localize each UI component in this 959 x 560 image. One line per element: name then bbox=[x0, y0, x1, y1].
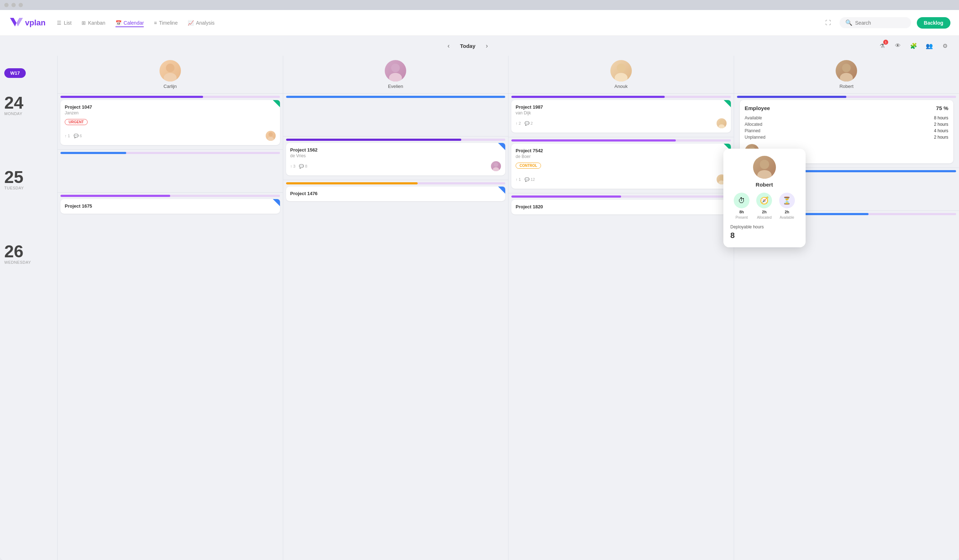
evelien-day1-bar bbox=[286, 96, 506, 98]
svg-point-6 bbox=[494, 162, 498, 167]
search-input[interactable] bbox=[855, 20, 905, 26]
calendar-grid: Carlijn Project 1047 Janzen URGENT bbox=[57, 56, 959, 560]
avatar-carlijn bbox=[159, 60, 181, 81]
stat-value-planned: 4 hours bbox=[934, 128, 948, 133]
prev-button[interactable]: ‹ bbox=[443, 40, 454, 51]
today-label[interactable]: Today bbox=[460, 43, 475, 49]
person-name-anouk: Anouk bbox=[614, 84, 628, 89]
task-card-1820[interactable]: Project 1820 bbox=[511, 200, 731, 215]
popup-available-label: 2h bbox=[784, 210, 789, 214]
task-card[interactable]: Project 1047 Janzen URGENT ↑ 1 💬 6 bbox=[61, 100, 280, 145]
people-icon[interactable]: 👥 bbox=[924, 40, 935, 51]
employee-panel-title: Employee bbox=[745, 105, 770, 111]
task-comment-1562: 💬 8 bbox=[299, 164, 307, 169]
backlog-button[interactable]: Backlog bbox=[917, 17, 950, 29]
popup-present-label: 8h bbox=[739, 210, 744, 214]
fullscreen-button[interactable]: ⛶ bbox=[822, 17, 834, 29]
svg-point-12 bbox=[719, 176, 724, 180]
next-button[interactable]: › bbox=[481, 40, 493, 51]
anouk-day-1: Project 1987 van Dijk ↑ 2 💬 2 bbox=[508, 93, 734, 137]
evelien-day3-bar bbox=[286, 182, 506, 185]
task-meta-1562: ↑ 3 💬 8 bbox=[290, 164, 307, 169]
popup-allocated-label: 2h bbox=[762, 210, 766, 214]
task-meta-1987: ↑ 2 💬 2 bbox=[516, 121, 533, 126]
svg-point-14 bbox=[842, 64, 851, 72]
task-corner-1987 bbox=[724, 100, 731, 107]
column-evelien: Evelien Project 1562 de Vr bbox=[283, 56, 508, 560]
task-card-1987[interactable]: Project 1987 van Dijk ↑ 2 💬 2 bbox=[511, 100, 731, 133]
task-project-1820: Project 1820 bbox=[516, 204, 726, 209]
app-window: vplan ☰ List ⊞ Kanban 📅 Calendar ≡ Timel… bbox=[0, 10, 959, 560]
svg-point-0 bbox=[166, 64, 175, 72]
day-name-monday: MONDAY bbox=[4, 111, 53, 116]
stat-planned: Planned 4 hours bbox=[745, 128, 949, 133]
robert-day1-bar bbox=[737, 96, 956, 98]
nav-kanban[interactable]: ⊞ Kanban bbox=[81, 19, 105, 27]
nav-list[interactable]: ☰ List bbox=[57, 19, 72, 27]
stat-available: Available 8 hours bbox=[745, 115, 949, 121]
day-name-tuesday: TUESDAY bbox=[4, 186, 53, 190]
anouk-day-3: Project 1820 bbox=[508, 193, 734, 236]
close-dot[interactable] bbox=[4, 3, 9, 7]
anouk-day3-fill bbox=[511, 196, 621, 197]
anouk-day-2: Project 7542 de Boer CONTROL ↑ 1 💬 12 bbox=[508, 137, 734, 193]
task-project-1675: Project 1675 bbox=[65, 204, 276, 209]
task-client-vandijk: van Dijk bbox=[516, 110, 726, 115]
task-upvote: ↑ 1 bbox=[65, 134, 70, 138]
column-robert: Robert Employee 75 % bbox=[734, 56, 959, 560]
settings-icon[interactable]: ⚙ bbox=[940, 40, 950, 51]
task-comment: 💬 6 bbox=[74, 134, 82, 138]
column-carlijn: Carlijn Project 1047 Janzen URGENT bbox=[57, 56, 283, 560]
svg-point-4 bbox=[391, 64, 400, 72]
maximize-dot[interactable] bbox=[19, 3, 23, 7]
svg-point-3 bbox=[268, 137, 274, 141]
carlijn-day2-bar bbox=[61, 152, 280, 154]
svg-point-11 bbox=[718, 124, 725, 128]
task-card-1562[interactable]: Project 1562 de Vries ↑ 3 💬 8 bbox=[286, 143, 506, 175]
day-number-26: 26 bbox=[4, 243, 53, 260]
task-card-1675[interactable]: Project 1675 bbox=[61, 199, 280, 214]
eye-icon[interactable]: 👁 bbox=[892, 40, 903, 51]
evelien-day2-fill bbox=[286, 138, 462, 141]
filter-badge: 1 bbox=[883, 40, 888, 45]
week-sidebar: W17 24 MONDAY 25 TUESDAY 26 WEDNESDAY bbox=[0, 56, 57, 560]
toolbar-icons: ⚗ 1 👁 🧩 👥 ⚙ bbox=[877, 40, 950, 51]
puzzle-icon[interactable]: 🧩 bbox=[908, 40, 919, 51]
logo[interactable]: vplan bbox=[9, 16, 45, 29]
filter-icon[interactable]: ⚗ 1 bbox=[877, 40, 887, 51]
popup-deployable-value: 8 bbox=[731, 231, 798, 240]
popup-available-icon: ⏳ bbox=[779, 192, 795, 208]
svg-point-18 bbox=[760, 160, 769, 169]
carlijn-day-2 bbox=[57, 150, 283, 192]
day-row-wednesday: 26 WEDNESDAY bbox=[4, 240, 53, 312]
task-card-7542[interactable]: Project 7542 de Boer CONTROL ↑ 1 💬 12 bbox=[511, 144, 731, 189]
popup-present-icon: ⏱ bbox=[734, 192, 749, 208]
nav-analysis[interactable]: 📈 Analysis bbox=[188, 19, 215, 27]
task-upvote-1987: ↑ 2 bbox=[516, 121, 521, 126]
search-box: 🔍 bbox=[840, 17, 911, 28]
task-thumb-evelien bbox=[491, 161, 501, 171]
carlijn-day1-bar bbox=[61, 96, 280, 98]
minimize-dot[interactable] bbox=[11, 3, 16, 7]
nav-timeline[interactable]: ≡ Timeline bbox=[154, 19, 178, 27]
evelien-day2-bar bbox=[286, 138, 506, 141]
popup-deployable-label: Deployable hours bbox=[731, 224, 798, 229]
toolbar: ‹ Today › ⚗ 1 👁 🧩 👥 ⚙ bbox=[0, 36, 959, 56]
date-navigation: ‹ Today › bbox=[443, 40, 492, 51]
evelien-day-3: Project 1476 bbox=[283, 180, 508, 223]
task-card-1476[interactable]: Project 1476 bbox=[286, 186, 506, 201]
task-project-1476: Project 1476 bbox=[290, 191, 501, 196]
nav-calendar[interactable]: 📅 Calendar bbox=[115, 19, 144, 27]
carlijn-day1-fill bbox=[61, 96, 203, 98]
person-header-carlijn: Carlijn bbox=[57, 56, 283, 93]
evelien-day3-fill bbox=[286, 182, 417, 185]
header: vplan ☰ List ⊞ Kanban 📅 Calendar ≡ Timel… bbox=[0, 10, 959, 36]
employee-panel-header: Employee 75 % bbox=[745, 105, 949, 111]
task-client-deboer: de Boer bbox=[516, 154, 726, 159]
timeline-icon: ≡ bbox=[154, 20, 157, 26]
logo-text: vplan bbox=[25, 18, 45, 27]
stat-unplanned: Unplanned 2 hours bbox=[745, 135, 949, 140]
task-footer-1562: ↑ 3 💬 8 bbox=[290, 161, 501, 171]
task-footer-7542: ↑ 1 💬 12 bbox=[516, 174, 726, 185]
day-row-monday: 24 MONDAY bbox=[4, 91, 53, 163]
